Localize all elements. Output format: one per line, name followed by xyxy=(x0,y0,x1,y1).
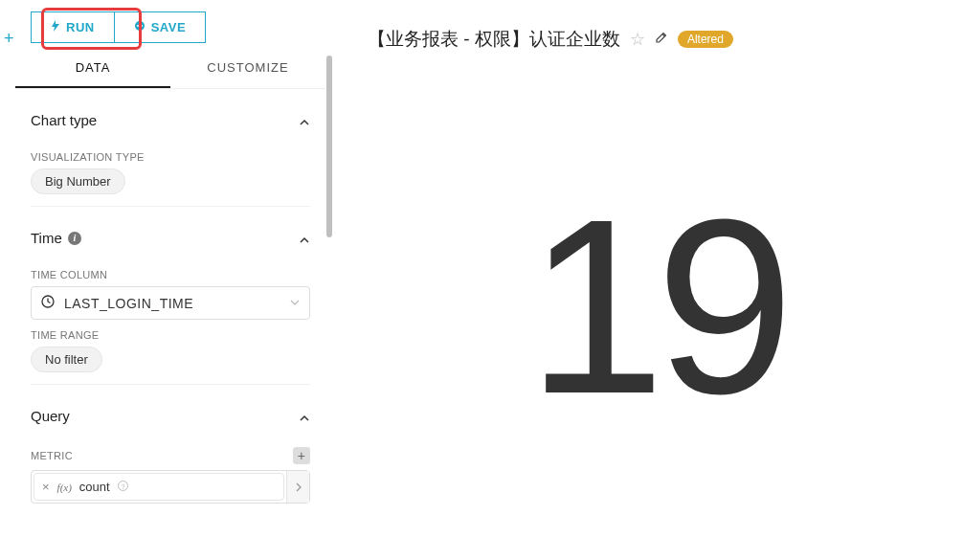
altered-badge: Altered xyxy=(678,31,733,48)
bolt-icon xyxy=(51,20,60,34)
time-column-value: LAST_LOGIN_TIME xyxy=(64,296,193,311)
metric-value: count xyxy=(79,480,110,494)
remove-metric-icon[interactable]: × xyxy=(42,480,50,494)
time-column-select[interactable]: LAST_LOGIN_TIME xyxy=(31,286,310,320)
time-range-value[interactable]: No filter xyxy=(31,347,102,372)
help-icon: ? xyxy=(118,481,128,494)
section-chart-type-title: Chart type xyxy=(31,112,97,128)
chevron-up-icon xyxy=(299,233,310,244)
chevron-up-icon xyxy=(299,411,310,422)
tab-customize[interactable]: CUSTOMIZE xyxy=(170,51,325,88)
big-number-value: 19 xyxy=(526,182,784,431)
plus-circle-icon xyxy=(134,20,146,34)
section-time-title: Time xyxy=(31,230,62,246)
visualization-type-label: VISUALIZATION TYPE xyxy=(31,151,310,163)
star-icon[interactable]: ☆ xyxy=(630,29,645,50)
section-query-title: Query xyxy=(31,408,70,424)
metric-caret-button[interactable] xyxy=(286,471,309,503)
fx-icon: f(x) xyxy=(57,482,72,493)
scrollbar[interactable] xyxy=(325,0,333,560)
chevron-down-icon xyxy=(290,298,300,309)
section-query-header[interactable]: Query xyxy=(31,402,310,437)
time-range-label: TIME RANGE xyxy=(31,329,310,341)
section-time-header[interactable]: Time i xyxy=(31,224,310,259)
add-metric-button[interactable]: + xyxy=(293,447,310,464)
clock-icon xyxy=(41,295,55,311)
edit-icon[interactable] xyxy=(655,31,668,48)
tab-data[interactable]: DATA xyxy=(15,51,170,88)
run-label: RUN xyxy=(66,20,95,34)
svg-text:?: ? xyxy=(121,482,124,489)
chart-title: 【业务报表 - 权限】认证企业数 xyxy=(368,27,620,52)
chevron-up-icon xyxy=(299,115,310,126)
expand-panel-handle[interactable]: + xyxy=(4,29,14,49)
time-column-label: TIME COLUMN xyxy=(31,269,310,280)
visualization-type-value[interactable]: Big Number xyxy=(31,168,125,194)
scrollbar-thumb[interactable] xyxy=(326,56,332,237)
metric-label: METRIC xyxy=(31,450,73,461)
info-icon: i xyxy=(68,232,81,245)
section-chart-type-header[interactable]: Chart type xyxy=(31,106,310,142)
big-number-display: 19 xyxy=(368,52,944,560)
save-label: SAVE xyxy=(151,20,186,34)
run-button[interactable]: RUN xyxy=(31,11,114,43)
save-button[interactable]: SAVE xyxy=(114,11,206,43)
